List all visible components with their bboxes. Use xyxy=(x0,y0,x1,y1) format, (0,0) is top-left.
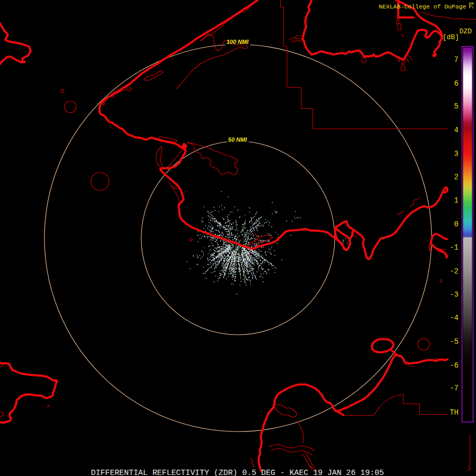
svg-text:1: 1 xyxy=(454,196,459,205)
svg-text:-5: -5 xyxy=(450,337,459,346)
svg-text:NEXLAB-College of DuPage: NEXLAB-College of DuPage xyxy=(379,3,466,10)
svg-text:[dB]: [dB] xyxy=(443,33,459,41)
svg-text:2: 2 xyxy=(454,173,459,181)
svg-text:100 NMI: 100 NMI xyxy=(226,39,249,45)
svg-text:3: 3 xyxy=(454,150,459,158)
svg-text:-3: -3 xyxy=(450,290,459,299)
svg-text:4: 4 xyxy=(454,126,459,134)
svg-text:0: 0 xyxy=(454,220,459,228)
svg-text:DIFFERENTIAL REFLECTIVITY (ZDR: DIFFERENTIAL REFLECTIVITY (ZDR) 0.5 DEG … xyxy=(91,469,384,476)
svg-text:-7: -7 xyxy=(450,384,459,392)
svg-text:6: 6 xyxy=(454,79,459,88)
svg-text:5: 5 xyxy=(454,102,459,111)
svg-text:DZD: DZD xyxy=(460,28,472,35)
svg-text:-1: -1 xyxy=(450,243,459,252)
svg-text:-2: -2 xyxy=(450,267,459,276)
svg-text:50 NMI: 50 NMI xyxy=(228,136,247,143)
svg-text:7: 7 xyxy=(454,56,459,64)
svg-text:-6: -6 xyxy=(450,361,459,370)
svg-text:-4: -4 xyxy=(450,314,459,322)
svg-text:TH: TH xyxy=(450,408,459,417)
